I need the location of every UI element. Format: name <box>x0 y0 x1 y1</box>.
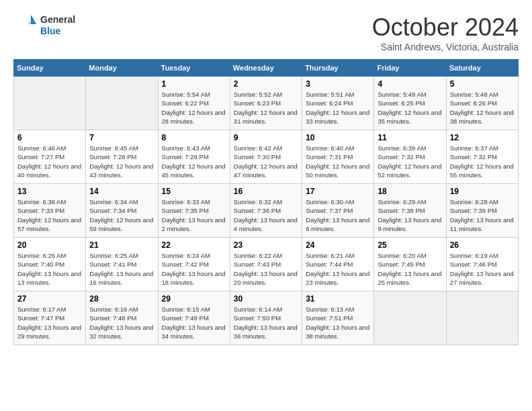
calendar-table: Sunday Monday Tuesday Wednesday Thursday… <box>13 59 519 345</box>
calendar-cell: 16Sunrise: 6:32 AM Sunset: 7:36 PM Dayli… <box>230 184 302 238</box>
calendar-cell: 9Sunrise: 6:42 AM Sunset: 7:30 PM Daylig… <box>230 130 302 184</box>
day-number: 17 <box>306 187 370 196</box>
col-tuesday: Tuesday <box>158 60 230 77</box>
day-number: 18 <box>378 187 442 196</box>
day-info: Sunrise: 6:28 AM Sunset: 7:39 PM Dayligh… <box>450 197 515 233</box>
calendar-cell: 26Sunrise: 6:19 AM Sunset: 7:46 PM Dayli… <box>446 238 518 291</box>
day-number: 22 <box>162 240 226 250</box>
day-number: 31 <box>306 294 370 304</box>
calendar-cell: 24Sunrise: 6:21 AM Sunset: 7:44 PM Dayli… <box>302 238 374 291</box>
day-info: Sunrise: 6:24 AM Sunset: 7:42 PM Dayligh… <box>162 251 226 287</box>
calendar-cell <box>374 291 446 345</box>
day-info: Sunrise: 6:25 AM Sunset: 7:41 PM Dayligh… <box>89 251 154 287</box>
day-info: Sunrise: 6:17 AM Sunset: 7:47 PM Dayligh… <box>17 305 82 340</box>
calendar-cell: 21Sunrise: 6:25 AM Sunset: 7:41 PM Dayli… <box>86 238 158 291</box>
day-info: Sunrise: 6:13 AM Sunset: 7:51 PM Dayligh… <box>306 305 370 340</box>
day-number: 10 <box>306 133 370 142</box>
calendar-week-row: 27Sunrise: 6:17 AM Sunset: 7:47 PM Dayli… <box>14 291 519 345</box>
day-info: Sunrise: 6:36 AM Sunset: 7:33 PM Dayligh… <box>17 197 82 233</box>
logo-blue: Blue <box>40 26 75 37</box>
calendar-cell: 2Sunrise: 5:52 AM Sunset: 6:23 PM Daylig… <box>230 77 302 130</box>
day-info: Sunrise: 5:49 AM Sunset: 6:25 PM Dayligh… <box>378 90 442 126</box>
calendar-cell: 12Sunrise: 6:37 AM Sunset: 7:32 PM Dayli… <box>446 130 518 184</box>
day-number: 8 <box>162 133 226 142</box>
day-info: Sunrise: 6:34 AM Sunset: 7:34 PM Dayligh… <box>89 197 154 233</box>
day-number: 5 <box>450 79 515 89</box>
day-info: Sunrise: 6:39 AM Sunset: 7:32 PM Dayligh… <box>378 144 442 179</box>
col-friday: Friday <box>374 60 446 77</box>
day-number: 15 <box>162 187 226 196</box>
col-monday: Monday <box>86 60 158 77</box>
logo-container: General Blue <box>13 13 75 38</box>
calendar-cell <box>446 291 518 345</box>
calendar-cell: 7Sunrise: 6:45 AM Sunset: 7:28 PM Daylig… <box>86 130 158 184</box>
day-info: Sunrise: 6:15 AM Sunset: 7:49 PM Dayligh… <box>162 305 226 340</box>
day-info: Sunrise: 6:29 AM Sunset: 7:38 PM Dayligh… <box>378 197 442 233</box>
day-number: 11 <box>378 133 442 142</box>
day-number: 4 <box>378 79 442 89</box>
day-number: 29 <box>162 294 226 304</box>
calendar-header-row: Sunday Monday Tuesday Wednesday Thursday… <box>14 60 519 77</box>
day-number: 21 <box>89 240 154 250</box>
calendar-cell: 23Sunrise: 6:22 AM Sunset: 7:43 PM Dayli… <box>230 238 302 291</box>
day-number: 26 <box>450 240 515 250</box>
day-info: Sunrise: 6:21 AM Sunset: 7:44 PM Dayligh… <box>306 251 370 287</box>
day-number: 24 <box>306 240 370 250</box>
day-number: 14 <box>89 187 154 196</box>
day-info: Sunrise: 6:16 AM Sunset: 7:48 PM Dayligh… <box>89 305 154 340</box>
calendar-cell: 30Sunrise: 6:14 AM Sunset: 7:50 PM Dayli… <box>230 291 302 345</box>
col-thursday: Thursday <box>302 60 374 77</box>
location-subtitle: Saint Andrews, Victoria, Australia <box>372 42 519 52</box>
day-number: 9 <box>234 133 298 142</box>
day-number: 12 <box>450 133 515 142</box>
day-number: 16 <box>234 187 298 196</box>
day-number: 30 <box>234 294 298 304</box>
calendar-cell <box>14 77 86 130</box>
day-number: 2 <box>234 79 298 89</box>
day-info: Sunrise: 6:37 AM Sunset: 7:32 PM Dayligh… <box>450 144 515 179</box>
logo: General Blue <box>13 13 75 38</box>
day-info: Sunrise: 5:48 AM Sunset: 6:26 PM Dayligh… <box>450 90 515 126</box>
logo-text: General Blue <box>40 14 75 37</box>
calendar-cell: 28Sunrise: 6:16 AM Sunset: 7:48 PM Dayli… <box>86 291 158 345</box>
calendar-cell: 20Sunrise: 6:26 AM Sunset: 7:40 PM Dayli… <box>14 238 86 291</box>
calendar-cell: 4Sunrise: 5:49 AM Sunset: 6:25 PM Daylig… <box>374 77 446 130</box>
day-info: Sunrise: 5:51 AM Sunset: 6:24 PM Dayligh… <box>306 90 370 126</box>
day-info: Sunrise: 6:14 AM Sunset: 7:50 PM Dayligh… <box>234 305 298 340</box>
calendar-cell: 29Sunrise: 6:15 AM Sunset: 7:49 PM Dayli… <box>158 291 230 345</box>
day-number: 6 <box>17 133 82 142</box>
day-info: Sunrise: 6:19 AM Sunset: 7:46 PM Dayligh… <box>450 251 515 287</box>
calendar-cell <box>86 77 158 130</box>
calendar-cell: 27Sunrise: 6:17 AM Sunset: 7:47 PM Dayli… <box>14 291 86 345</box>
day-info: Sunrise: 6:22 AM Sunset: 7:43 PM Dayligh… <box>234 251 298 287</box>
day-info: Sunrise: 6:26 AM Sunset: 7:40 PM Dayligh… <box>17 251 82 287</box>
day-info: Sunrise: 6:20 AM Sunset: 7:45 PM Dayligh… <box>378 251 442 287</box>
day-info: Sunrise: 6:43 AM Sunset: 7:29 PM Dayligh… <box>162 144 226 179</box>
day-info: Sunrise: 6:40 AM Sunset: 7:31 PM Dayligh… <box>306 144 370 179</box>
day-info: Sunrise: 6:46 AM Sunset: 7:27 PM Dayligh… <box>17 144 82 179</box>
day-info: Sunrise: 6:32 AM Sunset: 7:36 PM Dayligh… <box>234 197 298 233</box>
calendar-cell: 22Sunrise: 6:24 AM Sunset: 7:42 PM Dayli… <box>158 238 230 291</box>
col-sunday: Sunday <box>14 60 86 77</box>
calendar-cell: 1Sunrise: 5:54 AM Sunset: 6:22 PM Daylig… <box>158 77 230 130</box>
calendar-week-row: 13Sunrise: 6:36 AM Sunset: 7:33 PM Dayli… <box>14 184 519 238</box>
month-title: October 2024 <box>372 13 519 42</box>
day-number: 28 <box>89 294 154 304</box>
calendar-week-row: 20Sunrise: 6:26 AM Sunset: 7:40 PM Dayli… <box>14 238 519 291</box>
calendar-cell: 10Sunrise: 6:40 AM Sunset: 7:31 PM Dayli… <box>302 130 374 184</box>
calendar-cell: 14Sunrise: 6:34 AM Sunset: 7:34 PM Dayli… <box>86 184 158 238</box>
calendar-cell: 15Sunrise: 6:33 AM Sunset: 7:35 PM Dayli… <box>158 184 230 238</box>
calendar-week-row: 6Sunrise: 6:46 AM Sunset: 7:27 PM Daylig… <box>14 130 519 184</box>
day-info: Sunrise: 6:33 AM Sunset: 7:35 PM Dayligh… <box>162 197 226 233</box>
day-number: 3 <box>306 79 370 89</box>
calendar-cell: 11Sunrise: 6:39 AM Sunset: 7:32 PM Dayli… <box>374 130 446 184</box>
day-number: 20 <box>17 240 82 250</box>
logo-general: General <box>40 14 75 26</box>
day-info: Sunrise: 6:42 AM Sunset: 7:30 PM Dayligh… <box>234 144 298 179</box>
calendar-cell: 6Sunrise: 6:46 AM Sunset: 7:27 PM Daylig… <box>14 130 86 184</box>
logo-graphic <box>13 13 38 38</box>
calendar-week-row: 1Sunrise: 5:54 AM Sunset: 6:22 PM Daylig… <box>14 77 519 130</box>
calendar-cell: 17Sunrise: 6:30 AM Sunset: 7:37 PM Dayli… <box>302 184 374 238</box>
day-number: 23 <box>234 240 298 250</box>
day-number: 13 <box>17 187 82 196</box>
